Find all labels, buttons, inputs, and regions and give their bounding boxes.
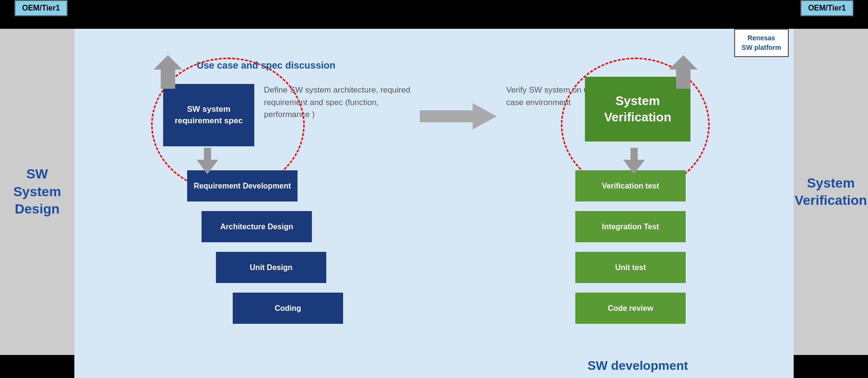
- svg-marker-0: [154, 55, 182, 89]
- sw-req-box: SW system requirement spec: [163, 84, 254, 146]
- sw-system-design-label: SW System Design: [13, 165, 61, 218]
- sw-development-label: SW development: [588, 358, 688, 373]
- unit-test-box: Unit test: [575, 252, 686, 283]
- svg-marker-4: [623, 148, 645, 174]
- oem-badge-right: OEM/Tier1: [800, 0, 854, 16]
- use-case-text: Use case and spec discussion: [197, 60, 335, 71]
- left-sidebar: SW System Design: [0, 29, 74, 355]
- arrow-oem-right: [669, 55, 698, 91]
- content-area: Use case and spec discussion SW system r…: [74, 29, 794, 378]
- right-sidebar: System Verification: [794, 29, 868, 355]
- main-container: OEM/Tier1 OEM/Tier1 SW System Design Sys…: [0, 0, 868, 378]
- arrow-oem-left: [154, 55, 182, 91]
- unit-design-box: Unit Design: [216, 252, 326, 283]
- coding-box: Coding: [233, 293, 343, 324]
- renesas-badge: Renesas SW platform: [734, 29, 789, 57]
- horizontal-arrow: [420, 103, 497, 131]
- code-review-box: Code review: [575, 293, 686, 324]
- arrow-verify-down: [623, 148, 645, 176]
- arch-design-box: Architecture Design: [202, 211, 312, 242]
- arrow-sw-down: [197, 148, 218, 176]
- svg-marker-1: [197, 148, 218, 174]
- system-verification-sidebar-label: System Verification: [795, 175, 867, 210]
- integration-test-box: Integration Test: [575, 211, 686, 242]
- svg-marker-3: [669, 55, 698, 89]
- define-text: Define SW system architecture, required …: [264, 84, 413, 121]
- oem-badge-left: OEM/Tier1: [14, 0, 68, 16]
- svg-marker-2: [420, 103, 497, 130]
